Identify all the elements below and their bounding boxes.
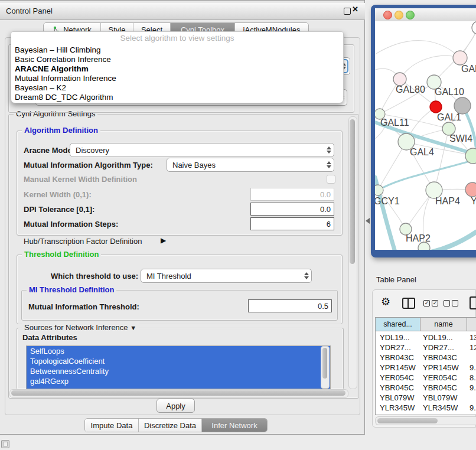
tab-infer-network[interactable]: Infer Network	[202, 419, 267, 432]
node-label: GAL11	[380, 118, 409, 128]
node-label: GAL80	[396, 84, 425, 94]
dropdown-item[interactable]: Bayesian – Hill Climbing	[15, 45, 101, 54]
dpi-tolerance-field[interactable]: 0.0	[250, 203, 334, 216]
dropdown-item[interactable]: Bayesian – K2	[15, 83, 66, 92]
dropdown-item[interactable]: Mutual Information Inference	[15, 74, 116, 83]
algorithm-dropdown-popup: Select algorithm to view settings Bayesi…	[11, 31, 344, 103]
attributes-vscrollbar[interactable]	[321, 346, 330, 389]
attribute-item[interactable]: SelfLoops	[27, 346, 330, 356]
node-label: GAL10	[435, 87, 464, 97]
deselect-all-checks-icon[interactable]	[444, 300, 458, 306]
node-label: GAL4	[410, 147, 434, 157]
export-table-icon[interactable]	[470, 296, 476, 309]
tab-impute-data[interactable]: Impute Data	[85, 419, 139, 432]
node-label: SWI4	[449, 133, 472, 144]
mi-steps-field[interactable]: 6	[250, 217, 334, 230]
table-row[interactable]: YER054CYER054C8.	[376, 373, 476, 383]
collapse-down-icon: ▼	[130, 324, 136, 331]
table-row[interactable]: YDL19...YDL19...13	[376, 332, 476, 343]
table-row[interactable]: YBR043CYBR043C	[376, 353, 476, 363]
settings-hscroll-thumb[interactable]	[11, 390, 345, 396]
float-window-icon[interactable]	[344, 8, 351, 15]
column-header-shared-name[interactable]: shared...	[376, 318, 420, 331]
table-hscrollbar[interactable]	[375, 416, 476, 425]
node-red[interactable]	[430, 101, 442, 113]
network-window-titlebar[interactable]	[375, 8, 476, 22]
mi-type-combo[interactable]: Naive Bayes	[167, 158, 334, 172]
settings-vscroll-thumb[interactable]	[350, 119, 355, 264]
which-threshold-combo[interactable]: MI Threshold	[141, 269, 312, 283]
settings-hscrollbar[interactable]	[9, 389, 348, 398]
screen: Control Panel ✕ Network Style Select Cyn…	[0, 0, 476, 450]
attribute-item[interactable]: BetweennessCentrality	[27, 366, 330, 376]
mi-steps-label: Mutual Information Steps:	[24, 220, 118, 229]
table-row[interactable]: YIL052CYIL052C9.	[376, 413, 476, 415]
control-panel-window: Control Panel ✕ Network Style Select Cyn…	[0, 0, 365, 435]
mi-threshold-title: MI Threshold Definition	[27, 285, 116, 294]
splitpane-collapse-arrow-icon[interactable]	[366, 218, 370, 224]
select-all-checks-icon[interactable]: ✓✓	[423, 300, 438, 306]
attribute-item[interactable]: gal4RGexp	[27, 376, 330, 386]
node-gal80[interactable]	[393, 73, 406, 86]
node-gcy1[interactable]	[375, 185, 383, 195]
dropdown-item-selected[interactable]: ARACNE Algorithm	[15, 64, 89, 73]
node-table: shared... name YDL19...YDL19...13 YDR27.…	[375, 317, 476, 415]
node-salmon[interactable]	[465, 182, 476, 197]
node-label: Y	[471, 196, 476, 206]
mi-threshold-label: Mutual Information Threshold:	[28, 302, 139, 311]
aracne-mode-combo[interactable]: Discovery	[70, 143, 334, 157]
kernel-width-field[interactable]: 0.0	[250, 188, 334, 201]
data-attributes-list: SelfLoops TopologicalCoefficient Between…	[26, 345, 331, 389]
attribute-item[interactable]: TopologicalCoefficient	[27, 356, 330, 366]
network-view-window: GAL GAL80 GAL10 GAL11 GAL1 SWI4 GAL4 GCY…	[371, 5, 476, 257]
threshold-definition-title: Threshold Definition	[22, 250, 101, 259]
table-row[interactable]: YLR345WYLR345W9.	[376, 403, 476, 413]
network-canvas[interactable]: GAL GAL80 GAL10 GAL11 GAL1 SWI4 GAL4 GCY…	[375, 21, 476, 250]
sources-title-row[interactable]: Sources for Network Inference ▼	[22, 323, 139, 332]
zoom-traffic-light[interactable]	[406, 11, 415, 19]
column-header-partial[interactable]	[467, 318, 476, 331]
hub-definition-toggle[interactable]: Hub/Transcription Factor Definition	[24, 237, 142, 246]
combo-arrows-icon	[324, 144, 334, 156]
node[interactable]	[453, 51, 467, 65]
dropdown-item[interactable]: Dream8 DC_TDC Algorithm	[15, 93, 113, 102]
node-label: GAL1	[437, 112, 461, 122]
apply-button[interactable]: Apply	[157, 399, 195, 413]
columns-icon[interactable]	[402, 298, 415, 309]
column-header-name[interactable]: name	[420, 318, 467, 331]
network-graph: GAL GAL80 GAL10 GAL11 GAL1 SWI4 GAL4 GCY…	[375, 21, 476, 250]
mi-type-label: Mutual Information Algorithm Type:	[24, 161, 153, 169]
gear-icon[interactable]: ⚙	[381, 295, 390, 308]
node[interactable]	[472, 21, 476, 34]
table-panel-title: Table Panel	[371, 273, 476, 287]
combo-arrows-icon	[302, 269, 311, 282]
node-label: GCY1	[375, 196, 400, 206]
minimize-traffic-light[interactable]	[395, 11, 403, 19]
mi-threshold-field[interactable]: 0.5	[248, 299, 332, 312]
table-row[interactable]: YBR045CYBR045C9.	[376, 383, 476, 393]
dpi-tolerance-label: DPI Tolerance [0,1]:	[24, 205, 94, 214]
expand-right-icon[interactable]: ▶	[161, 236, 166, 244]
manual-kernel-label: Manual Kernel Width Definition	[24, 175, 137, 184]
close-traffic-light[interactable]	[383, 11, 392, 19]
aracne-mode-label: Aracne Mode:	[24, 146, 74, 155]
tab-discretize-data[interactable]: Discretize Data	[139, 419, 202, 432]
settings-vscrollbar[interactable]	[348, 116, 357, 389]
attribute-item-partial[interactable]	[27, 386, 330, 389]
node-label: HAP2	[406, 233, 431, 243]
panel-corner-icon[interactable]	[1, 440, 9, 448]
close-icon[interactable]: ✕	[352, 5, 358, 14]
dropdown-placeholder: Select algorithm to view settings	[11, 34, 343, 43]
table-row[interactable]: YPR145WYPR145W9.	[376, 363, 476, 373]
node-label: HAP4	[435, 196, 460, 206]
dropdown-item[interactable]: Basic Correlation Inference	[15, 55, 111, 64]
manual-kernel-checkbox[interactable]	[327, 175, 335, 184]
table-row[interactable]: YDR27...YDR27...12	[376, 343, 476, 353]
bottom-tabbar: Impute Data Discretize Data Infer Networ…	[84, 418, 268, 432]
table-row[interactable]: YBL079WYBL079W	[376, 393, 476, 403]
node-gray[interactable]	[454, 97, 471, 114]
algorithm-definition-title: Algorithm Definition	[22, 126, 100, 135]
table-hscroll-thumb[interactable]	[377, 418, 438, 423]
attributes-vscroll-thumb[interactable]	[322, 348, 327, 379]
control-panel-titlebar[interactable]: Control Panel ✕	[0, 3, 365, 20]
